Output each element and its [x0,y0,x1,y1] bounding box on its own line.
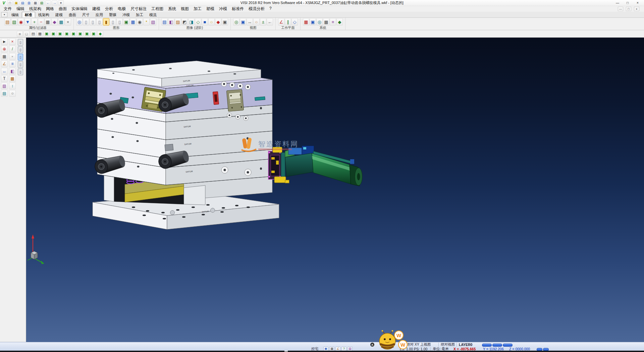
filter-layer-icon[interactable]: ▦ [45,18,51,26]
view-menu-icon[interactable]: ≡ [17,31,23,37]
workplane-standard-icon[interactable]: ∠ [278,18,284,26]
tab-dropdown-icon[interactable]: ▾ [1,12,7,17]
materials-icon[interactable]: ◧ [168,18,174,26]
sketch-icon[interactable]: / [9,46,16,52]
menu-item-尺寸标注[interactable]: 尺寸标注 [128,6,149,12]
move-transform-icon[interactable]: ↕ [9,83,16,89]
view-left-icon[interactable]: ▣ [70,31,76,37]
shadows-icon[interactable]: ◩ [181,18,188,26]
latch-lock-right[interactable] [226,89,244,112]
attribute-editor-icon[interactable]: ▤ [4,18,11,26]
menu-item-塑模[interactable]: 塑模 [204,6,217,12]
mdi-btn-—[interactable]: — [618,7,623,11]
view-front-icon[interactable]: ▣ [57,31,63,37]
filter-add-icon[interactable]: + [31,18,38,26]
box-display-icon[interactable]: ▣ [123,18,129,26]
undo-icon[interactable]: ← [45,0,51,5]
display-style-1-icon[interactable]: ▯ [83,18,89,26]
pattern-icon[interactable]: ▩ [9,75,16,82]
spacer-rail-left[interactable] [104,175,114,202]
preview-icon[interactable]: ▧ [39,0,45,5]
menu-item-分析[interactable]: 分析 [103,6,115,12]
view-axonometric-icon[interactable]: ▣ [91,31,97,37]
menu-item-曲面[interactable]: 曲面 [56,6,69,12]
tab-尺寸[interactable]: 尺寸 [79,12,93,17]
tab-应用[interactable]: 应用 [93,12,106,17]
mdi-btn-□[interactable]: □ [626,7,631,11]
menu-item-实体编辑[interactable]: 实体编辑 [69,6,90,12]
tab-建模[interactable]: 建模 [52,12,66,17]
viewport-quad-icon[interactable]: ▦ [37,31,43,37]
quick-menu-icon[interactable]: ▾ [58,0,64,5]
spacer-rail-right[interactable] [184,185,205,205]
maximize-button[interactable]: □ [623,0,633,6]
dimension-icon[interactable]: ↔ [1,68,8,75]
menu-item-编辑[interactable]: 编辑 [14,6,27,12]
system-info-icon[interactable]: ◎ [316,18,323,26]
menu-item-线架构[interactable]: 线架构 [27,6,44,12]
attribute-brush-icon[interactable]: ▧ [11,18,17,26]
background-icon[interactable]: ■ [202,18,208,26]
redraw-icon[interactable]: ◎ [76,18,83,26]
menu-item-模流分析[interactable]: 模流分析 [246,6,267,12]
screen-capture-icon[interactable]: ▧ [150,18,156,26]
pan-icon[interactable]: ↔ [247,18,253,26]
snap-settings-icon[interactable]: ⊕ [1,46,8,52]
plane-toggle-5-icon[interactable]: ▯ [18,69,23,75]
mirror-icon[interactable]: ◧ [9,68,16,75]
selection-mask-icon[interactable]: ▩ [58,18,64,26]
tab-曲面[interactable]: 曲面 [66,12,79,17]
assist-status-icon[interactable]: ? [341,347,346,351]
view-isometric-icon[interactable]: ▣ [44,31,50,37]
zoom-all-icon[interactable]: ◎ [233,18,239,26]
transparency-icon[interactable]: ◇ [195,18,201,26]
workplane-on-entity-icon[interactable]: ∥ [285,18,291,26]
menu-item-电极[interactable]: 电极 [115,6,128,12]
tab-冲模[interactable]: 冲模 [119,12,133,17]
menu-item-视图[interactable]: 视图 [178,6,191,12]
tab-塑膜[interactable]: 塑膜 [106,12,119,17]
tab-线架构[interactable]: 线架构 [35,12,52,17]
zoom-in-out-icon[interactable]: ± [260,18,266,26]
mdi-btn-×[interactable]: × [634,7,639,11]
viewport-split-icon[interactable]: ▤ [30,31,36,37]
reflections-icon[interactable]: ◨ [188,18,195,26]
grid-status-icon[interactable]: ▦ [329,347,334,351]
measure-icon[interactable]: ∠ [1,60,8,67]
menu-item-标准件[interactable]: 标准件 [229,6,246,12]
grid-settings-icon[interactable]: ▩ [323,18,329,26]
print-icon[interactable]: ▦ [33,0,38,5]
ambient-light-icon[interactable]: ○ [208,18,215,26]
view-back-icon[interactable]: ▣ [64,31,70,37]
wireframe-display-icon[interactable]: ▯ [110,18,116,26]
hidden-line-display-icon[interactable]: ▯ [116,18,123,26]
previous-view-icon[interactable]: ← [267,18,273,26]
screen-layout-icon[interactable]: ▣ [310,18,316,26]
menu-item-?[interactable]: ? [267,6,274,12]
shaded-display-icon[interactable]: ▮ [103,18,109,26]
plane-toggle-3-icon[interactable]: ▯ [18,54,23,60]
display-style-2-icon[interactable]: ▯ [90,18,96,26]
menu-item-系统[interactable]: 系统 [166,6,178,12]
viewport-3d[interactable]: DATUM [26,38,644,342]
tab-标准[interactable]: 标准 [22,12,35,17]
layer-manager-icon[interactable]: ▤ [1,90,8,97]
viewport-single-icon[interactable]: □ [23,31,30,37]
offset-icon[interactable]: ≡ [9,60,16,67]
redo-icon[interactable]: → [52,0,57,5]
filter-remove-icon[interactable]: − [38,18,44,26]
menu-item-建模[interactable]: 建模 [90,6,103,12]
status-abs-view[interactable]: 绝对视图 [438,343,457,347]
magnet-snap-icon[interactable]: ◉ [18,18,24,26]
image-effects-icon[interactable]: ◆ [215,18,221,26]
snapshot-icon[interactable]: ▣ [222,18,228,26]
cad-3d-model[interactable]: DATUM [26,38,644,342]
close-button[interactable]: × [633,0,643,6]
render-settings-icon[interactable]: ▦ [130,18,136,26]
snap-status-icon[interactable]: ◉ [323,347,328,351]
user-badge[interactable]: A [370,343,374,347]
tab-模流[interactable]: 模流 [146,12,160,17]
options-icon[interactable]: ≡ [330,18,336,26]
plane-toggle-2-icon[interactable]: ▯ [18,46,23,53]
textures-icon[interactable]: ▨ [175,18,181,26]
